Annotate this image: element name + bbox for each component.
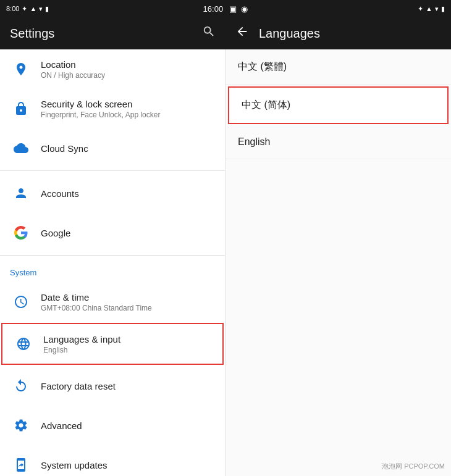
wifi-icon: ▾	[39, 5, 43, 13]
settings-panel: Location ON / High accuracy Security & l…	[0, 49, 225, 476]
languages-panel: 中文 (繁體) 中文 (简体) English	[225, 49, 451, 476]
location-subtitle: ON / High accuracy	[41, 71, 215, 80]
status-bar-left: 8:00 ✦ ▲ ▾ ▮	[6, 5, 49, 13]
battery-icon: ▮	[45, 5, 49, 13]
status-bar-right: ✦ ▲ ▾ ▮	[418, 5, 445, 13]
carrier-text: 8:00	[6, 5, 19, 12]
datetime-title: Date & time	[41, 292, 215, 303]
settings-item-system-updates[interactable]: System updates	[0, 445, 225, 476]
clock-icon	[10, 291, 32, 313]
datetime-subtitle: GMT+08:00 China Standard Time	[41, 304, 215, 312]
settings-item-cloud[interactable]: Cloud Sync	[0, 128, 225, 168]
settings-item-factory-reset[interactable]: Factory data reset	[0, 366, 225, 406]
settings-title: Settings	[10, 27, 202, 41]
datetime-text: Date & time GMT+08:00 China Standard Tim…	[41, 292, 215, 312]
top-bar-right: Languages	[225, 25, 451, 42]
accounts-text: Accounts	[41, 188, 215, 199]
languages-text: Languages & input English	[43, 334, 213, 354]
factory-reset-title: Factory data reset	[41, 381, 215, 391]
security-subtitle: Fingerprint, Face Unlock, App locker	[41, 111, 215, 119]
gear-icon	[10, 414, 32, 436]
settings-item-languages[interactable]: Languages & input English	[1, 323, 224, 365]
settings-item-google[interactable]: Google	[0, 213, 225, 253]
divider-2	[0, 255, 225, 256]
language-label-en: English	[238, 136, 270, 148]
watermark: 泡泡网 PCPOP.COM	[382, 462, 445, 471]
accounts-title: Accounts	[41, 188, 215, 199]
lock-icon	[10, 98, 32, 120]
person-icon	[10, 182, 32, 204]
settings-item-security[interactable]: Security & lock screen Fingerprint, Face…	[0, 89, 225, 128]
wifi-icon-right: ▾	[435, 5, 439, 13]
advanced-title: Advanced	[41, 420, 215, 431]
circle-icon: ◉	[241, 4, 248, 14]
status-bar-center: 16:00 ▣ ◉	[203, 4, 248, 14]
search-icon[interactable]	[202, 25, 216, 42]
back-button[interactable]	[235, 25, 249, 42]
system-updates-text: System updates	[41, 460, 215, 470]
google-title: Google	[41, 228, 215, 238]
system-section-header: System	[0, 258, 225, 282]
factory-reset-text: Factory data reset	[41, 381, 215, 391]
main-content: Location ON / High accuracy Security & l…	[0, 49, 451, 476]
cloud-title: Cloud Sync	[41, 143, 215, 154]
languages-title: Languages	[259, 27, 320, 41]
signal-icon: ▲	[30, 5, 36, 12]
bt-icon: ✦	[22, 5, 27, 13]
settings-item-advanced[interactable]: Advanced	[0, 406, 225, 445]
security-text: Security & lock screen Fingerprint, Face…	[41, 99, 215, 119]
settings-item-location[interactable]: Location ON / High accuracy	[0, 49, 225, 89]
status-bar: 8:00 ✦ ▲ ▾ ▮ 16:00 ▣ ◉ ✦ ▲ ▾ ▮	[0, 0, 451, 17]
location-icon	[10, 58, 32, 80]
battery-icon-right: ▮	[441, 5, 445, 13]
system-updates-title: System updates	[41, 460, 215, 470]
top-bar-left: Settings	[0, 25, 225, 42]
languages-item-title: Languages & input	[43, 334, 213, 344]
time-display: 16:00	[203, 4, 224, 14]
language-item-en[interactable]: English	[225, 125, 451, 159]
settings-item-accounts[interactable]: Accounts	[0, 173, 225, 213]
bt-icon-right: ✦	[418, 5, 423, 13]
camera-icon: ▣	[229, 4, 237, 14]
language-label-zh-hant: 中文 (繁體)	[238, 61, 287, 73]
google-text: Google	[41, 228, 215, 238]
location-text: Location ON / High accuracy	[41, 59, 215, 80]
cloud-text: Cloud Sync	[41, 143, 215, 154]
language-label-zh-hans: 中文 (简体)	[242, 99, 290, 112]
update-icon	[10, 454, 32, 476]
security-title: Security & lock screen	[41, 99, 215, 109]
signal-icon-right: ▲	[426, 5, 432, 12]
language-item-zh-hant[interactable]: 中文 (繁體)	[225, 49, 451, 85]
reset-icon	[10, 375, 32, 397]
language-item-zh-hans[interactable]: 中文 (简体)	[228, 86, 449, 124]
location-title: Location	[41, 59, 215, 70]
top-bar: Settings Languages	[0, 17, 451, 49]
cloud-icon	[10, 137, 32, 159]
divider-1	[0, 170, 225, 171]
globe-icon	[12, 333, 35, 355]
settings-item-datetime[interactable]: Date & time GMT+08:00 China Standard Tim…	[0, 282, 225, 322]
languages-item-subtitle: English	[43, 346, 213, 354]
advanced-text: Advanced	[41, 420, 215, 431]
google-icon	[10, 222, 32, 244]
